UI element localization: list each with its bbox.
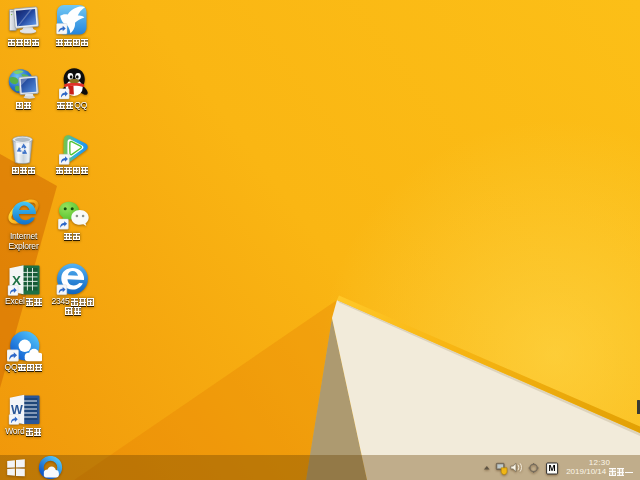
svg-text:M: M bbox=[549, 463, 556, 473]
